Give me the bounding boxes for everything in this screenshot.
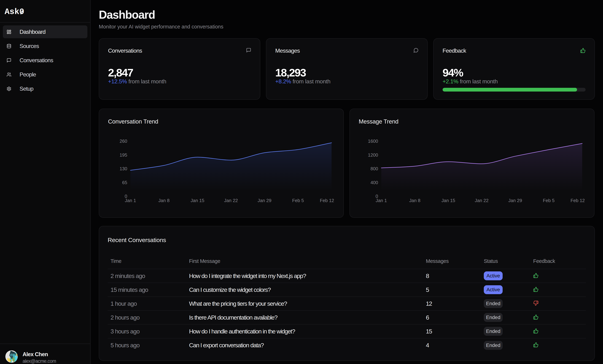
svg-text:Feb 12: Feb 12 <box>320 198 334 203</box>
svg-text:400: 400 <box>371 180 378 185</box>
svg-text:Jan 29: Jan 29 <box>258 198 271 203</box>
svg-text:195: 195 <box>120 153 127 157</box>
svg-text:Jan 8: Jan 8 <box>158 198 170 203</box>
svg-text:130: 130 <box>120 166 127 171</box>
svg-text:Feb 5: Feb 5 <box>292 198 304 203</box>
svg-text:Jan 8: Jan 8 <box>409 198 420 203</box>
svg-text:Jan 15: Jan 15 <box>191 198 204 203</box>
svg-text:260: 260 <box>120 139 127 144</box>
svg-text:Jan 15: Jan 15 <box>441 198 455 203</box>
svg-text:Feb 5: Feb 5 <box>543 198 555 203</box>
svg-text:Jan 29: Jan 29 <box>508 198 522 203</box>
svg-text:1600: 1600 <box>368 139 378 144</box>
svg-text:Jan 22: Jan 22 <box>224 198 238 203</box>
svg-text:65: 65 <box>122 180 128 185</box>
svg-text:Feb 12: Feb 12 <box>570 198 585 203</box>
svg-text:Jan 1: Jan 1 <box>376 198 387 203</box>
svg-text:Jan 1: Jan 1 <box>125 198 136 203</box>
svg-text:1200: 1200 <box>368 153 378 157</box>
svg-text:800: 800 <box>371 166 378 171</box>
svg-text:Jan 22: Jan 22 <box>475 198 488 203</box>
